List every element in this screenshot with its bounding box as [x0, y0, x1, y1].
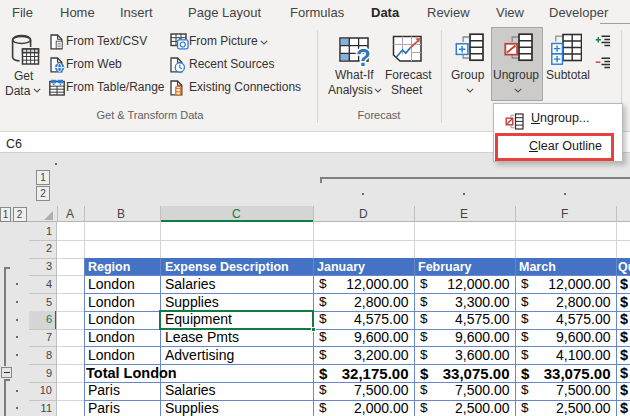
svg-text:?: ? [356, 44, 371, 71]
